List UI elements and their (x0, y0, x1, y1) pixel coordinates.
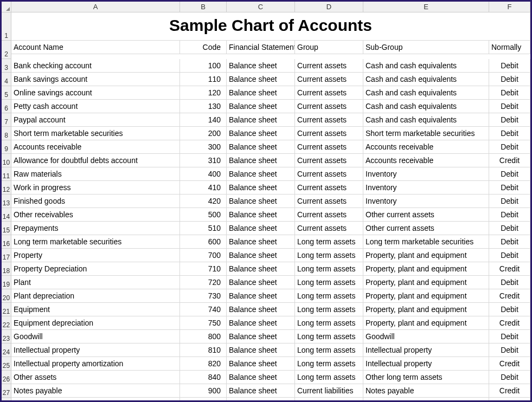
cell-b-4[interactable]: 110 (180, 73, 227, 86)
cell-f-14[interactable]: Debit (489, 208, 530, 222)
cell-f-28[interactable]: Credit (489, 398, 530, 402)
cell-f-16[interactable]: Debit (489, 235, 530, 249)
cell-a-9[interactable]: Accounts receivable (11, 140, 180, 154)
cell-d-3[interactable]: Current assets (295, 59, 363, 73)
cell-e-19[interactable]: Property, plant and equipment (363, 276, 489, 289)
cell-b-23[interactable]: 800 (180, 330, 227, 343)
cell-f-9[interactable]: Debit (489, 140, 530, 154)
cell-a-18[interactable]: Property Depreciation (11, 262, 180, 276)
cell-b-11[interactable]: 400 (180, 167, 227, 181)
cell-b-3[interactable]: 100 (180, 59, 227, 73)
cell-d-12[interactable]: Current assets (295, 181, 363, 194)
cell-c-7[interactable]: Balance sheet (227, 113, 295, 127)
cell-a-7[interactable]: Paypal account (11, 113, 180, 127)
row-head-26[interactable]: 26 (2, 371, 11, 384)
cell-e-3[interactable]: Cash and cash equivalents (363, 59, 489, 73)
cell-c-22[interactable]: Balance sheet (227, 316, 295, 330)
col-head-a[interactable]: A (11, 2, 180, 12)
cell-b-18[interactable]: 710 (180, 262, 227, 276)
cell-b-19[interactable]: 720 (180, 276, 227, 289)
cell-a-10[interactable]: Allowance for doubtful debts account (11, 154, 180, 167)
cell-e-5[interactable]: Cash and cash equivalents (363, 86, 489, 100)
row-head-2[interactable]: 2 (2, 41, 11, 59)
header-group[interactable]: Group (295, 41, 363, 54)
cell-d-7[interactable]: Current assets (295, 113, 363, 127)
row-head-28[interactable]: 28 (2, 398, 11, 402)
cell-d-14[interactable]: Current assets (295, 208, 363, 222)
cell-d-11[interactable]: Current assets (295, 167, 363, 181)
cell-a-12[interactable]: Work in progress (11, 181, 180, 194)
cell-d-15[interactable]: Current assets (295, 222, 363, 235)
cell-b-24[interactable]: 810 (180, 343, 227, 357)
cell-f-18[interactable]: Credit (489, 262, 530, 276)
row-head-20[interactable]: 20 (2, 289, 11, 303)
row-head-11[interactable]: 11 (2, 167, 11, 181)
cell-f-8[interactable]: Debit (489, 127, 530, 140)
cell-d-22[interactable]: Long term assets (295, 316, 363, 330)
cell-c-28[interactable]: Balance sheet (227, 398, 295, 402)
cell-d-4[interactable]: Current assets (295, 73, 363, 86)
row-head-17[interactable]: 17 (2, 249, 11, 262)
header-normally[interactable]: Normally (489, 41, 530, 54)
cell-d-10[interactable]: Current assets (295, 154, 363, 167)
cell-b-26[interactable]: 840 (180, 371, 227, 384)
cell-a-27[interactable]: Notes payable (11, 384, 180, 398)
cell-e-9[interactable]: Accounts receivable (363, 140, 489, 154)
cell-e-14[interactable]: Other current assets (363, 208, 489, 222)
cell-f-4[interactable]: Debit (489, 73, 530, 86)
cell-d-13[interactable]: Current assets (295, 194, 363, 208)
cell-e-20[interactable]: Property, plant and equipment (363, 289, 489, 303)
cell-b-14[interactable]: 500 (180, 208, 227, 222)
cell-a-26[interactable]: Other assets (11, 371, 180, 384)
header-code[interactable]: Code (180, 41, 227, 54)
cell-a-21[interactable]: Equipment (11, 303, 180, 316)
cell-f-6[interactable]: Debit (489, 100, 530, 113)
cell-e-4[interactable]: Cash and cash equivalents (363, 73, 489, 86)
header-financial-statement[interactable]: Financial Statement (227, 41, 295, 54)
cell-c-17[interactable]: Balance sheet (227, 249, 295, 262)
cell-b-21[interactable]: 740 (180, 303, 227, 316)
cell-a-8[interactable]: Short term marketable securities (11, 127, 180, 140)
cell-e-16[interactable]: Long term marketable securities (363, 235, 489, 249)
cell-a-23[interactable]: Goodwill (11, 330, 180, 343)
cell-e-7[interactable]: Cash and cash equivalents (363, 113, 489, 127)
row-head-5[interactable]: 5 (2, 86, 11, 100)
cell-b-10[interactable]: 310 (180, 154, 227, 167)
cell-f-13[interactable]: Debit (489, 194, 530, 208)
header-sub-group[interactable]: Sub-Group (363, 41, 489, 54)
cell-e-6[interactable]: Cash and cash equivalents (363, 100, 489, 113)
header-account-name[interactable]: Account Name (11, 41, 180, 54)
cell-c-24[interactable]: Balance sheet (227, 343, 295, 357)
cell-d-23[interactable]: Long term assets (295, 330, 363, 343)
col-head-c[interactable]: C (227, 2, 295, 12)
cell-c-3[interactable]: Balance sheet (227, 59, 295, 73)
cell-d-28[interactable]: Current liabilities (295, 398, 363, 402)
cell-e-24[interactable]: Intellectual property (363, 343, 489, 357)
row-head-7[interactable]: 7 (2, 113, 11, 127)
cell-e-13[interactable]: Inventory (363, 194, 489, 208)
col-head-b[interactable]: B (180, 2, 227, 12)
cell-e-21[interactable]: Property, plant and equipment (363, 303, 489, 316)
cell-a-14[interactable]: Other receivables (11, 208, 180, 222)
cell-c-23[interactable]: Balance sheet (227, 330, 295, 343)
cell-d-19[interactable]: Long term assets (295, 276, 363, 289)
cell-d-8[interactable]: Current assets (295, 127, 363, 140)
cell-b-15[interactable]: 510 (180, 222, 227, 235)
cell-e-25[interactable]: Intellectual property (363, 357, 489, 371)
row-head-1[interactable]: 1 (2, 12, 11, 41)
cell-b-27[interactable]: 900 (180, 384, 227, 398)
cell-d-21[interactable]: Long term assets (295, 303, 363, 316)
cell-c-11[interactable]: Balance sheet (227, 167, 295, 181)
cell-f-10[interactable]: Credit (489, 154, 530, 167)
cell-b-17[interactable]: 700 (180, 249, 227, 262)
cell-f-23[interactable]: Debit (489, 330, 530, 343)
cell-e-17[interactable]: Property, plant and equipment (363, 249, 489, 262)
cell-e-12[interactable]: Inventory (363, 181, 489, 194)
cell-d-20[interactable]: Long term assets (295, 289, 363, 303)
col-head-d[interactable]: D (295, 2, 363, 12)
row-head-12[interactable]: 12 (2, 181, 11, 194)
row-head-25[interactable]: 25 (2, 357, 11, 371)
cell-d-9[interactable]: Current assets (295, 140, 363, 154)
cell-e-22[interactable]: Property, plant and equipment (363, 316, 489, 330)
cell-a-16[interactable]: Long term marketable securities (11, 235, 180, 249)
